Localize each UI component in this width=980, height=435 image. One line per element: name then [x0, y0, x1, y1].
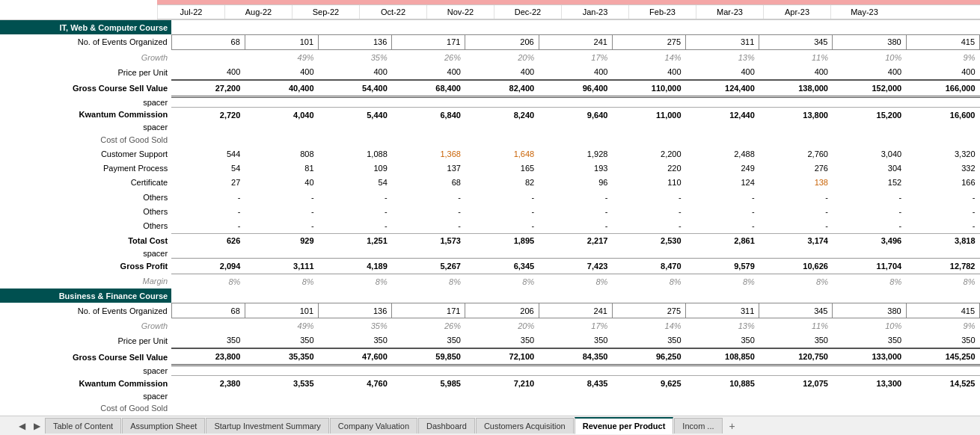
cell: - [465, 190, 539, 204]
cell: 54 [319, 176, 392, 190]
tab-companyvaluation[interactable]: Company Valuation [330, 418, 417, 434]
cell: 35,350 [245, 348, 318, 365]
cell: - [612, 190, 685, 204]
row-label: Gross Course Sell Value [0, 348, 171, 365]
cell: 68 [171, 34, 245, 50]
cell: 2,380 [171, 376, 245, 391]
tab-revenueperproduct[interactable]: Revenue per Product [575, 417, 674, 434]
cell: - [833, 204, 906, 218]
cell: 10,626 [759, 259, 833, 274]
cell: - [906, 204, 979, 218]
cell: 137 [392, 161, 465, 176]
tab-incom[interactable]: Incom ... [674, 418, 722, 434]
cell: 8,470 [612, 259, 685, 274]
cell: 138,000 [759, 80, 833, 97]
cell: 400 [759, 64, 833, 80]
cell: 47,600 [319, 348, 392, 365]
cell: 4,189 [319, 259, 392, 274]
col-header-may23: May-23 [830, 5, 898, 19]
cell: 311 [686, 303, 759, 318]
tab-bar: ◀ ▶ Table of ContentAssumption SheetStar… [0, 416, 980, 435]
cell: 6,840 [392, 108, 465, 123]
cell: 400 [906, 64, 979, 80]
row-label: Growth [0, 50, 171, 65]
cell: 350 [759, 333, 833, 349]
cell: 101 [245, 34, 318, 50]
cell: 1,648 [465, 147, 539, 161]
row-label: spacer [0, 122, 171, 132]
cell: 3,040 [833, 147, 906, 161]
col-header-oct22: Oct-22 [359, 5, 426, 19]
cell: 68,400 [392, 80, 465, 97]
cell: - [539, 190, 612, 204]
row-label: spacer [0, 97, 171, 108]
cell: 82,400 [465, 80, 539, 97]
cell: 166 [906, 176, 979, 190]
tab-prev[interactable]: ◀ [15, 419, 29, 433]
cell: 110 [612, 176, 685, 190]
cell: 12,440 [686, 108, 759, 123]
row-label: Kwantum Commission [0, 376, 171, 391]
cell: 400 [539, 64, 612, 80]
tab-tableofcontent[interactable]: Table of Content [45, 418, 121, 434]
cell: 5,440 [319, 108, 392, 123]
cell: 304 [833, 161, 906, 176]
cell: 8% [759, 274, 833, 289]
cell: 15,200 [833, 108, 906, 123]
cell: 152,000 [833, 80, 906, 97]
cell: 68 [171, 303, 245, 318]
cell: 350 [612, 333, 685, 349]
row-label: Customer Support [0, 147, 171, 161]
col-header-jan23: Jan-23 [561, 5, 628, 19]
cell: - [392, 190, 465, 204]
row-label: Others [0, 190, 171, 204]
cell: 5,267 [392, 259, 465, 274]
cell: - [245, 204, 318, 218]
row-label: Price per Unit [0, 333, 171, 349]
row-label: Gross Course Sell Value [0, 80, 171, 97]
cell: 165 [465, 161, 539, 176]
cell [171, 50, 245, 65]
cell: 400 [319, 64, 392, 80]
cell: 249 [686, 161, 759, 176]
cell: - [612, 218, 685, 233]
cell: - [686, 204, 759, 218]
tab-dashboard[interactable]: Dashboard [418, 418, 475, 434]
cell: 81 [245, 161, 318, 176]
tab-customersacquisition[interactable]: Customers Acquisition [476, 418, 574, 434]
services-title [0, 0, 157, 19]
cell: 96,250 [612, 348, 685, 365]
cell: 166,000 [906, 80, 979, 97]
cell: 26% [392, 50, 465, 65]
cell: 11% [759, 318, 833, 333]
cell: 108,850 [686, 348, 759, 365]
cell: 2,530 [612, 233, 685, 248]
cell: 40,400 [245, 80, 318, 97]
cell: - [465, 204, 539, 218]
tab-next[interactable]: ▶ [30, 419, 44, 433]
add-sheet-button[interactable]: + [723, 419, 741, 434]
tab-startupinvestmentsummary[interactable]: Startup Investment Summary [206, 418, 328, 434]
cell: 2,760 [759, 147, 833, 161]
cell: - [319, 204, 392, 218]
row-label: Certificate [0, 176, 171, 190]
cell: - [245, 218, 318, 233]
cell: 3,496 [833, 233, 906, 248]
col-header-feb23: Feb-23 [628, 5, 696, 19]
cell: 35% [319, 50, 392, 65]
cell: 276 [759, 161, 833, 176]
cell: - [539, 204, 612, 218]
cell: 12,782 [906, 259, 979, 274]
row-label: Cost of Good Sold [0, 401, 171, 416]
tab-assumptionsheet[interactable]: Assumption Sheet [122, 418, 205, 434]
col-header-apr23: Apr-23 [763, 5, 830, 19]
cell: 8% [833, 274, 906, 289]
cell: - [759, 204, 833, 218]
cell: 1,368 [392, 147, 465, 161]
cell: 2,200 [612, 147, 685, 161]
cell: 8% [171, 274, 245, 289]
cell: 133,000 [833, 348, 906, 365]
cell: 350 [245, 333, 318, 349]
cell: 8% [539, 274, 612, 289]
cell: 241 [539, 303, 612, 318]
